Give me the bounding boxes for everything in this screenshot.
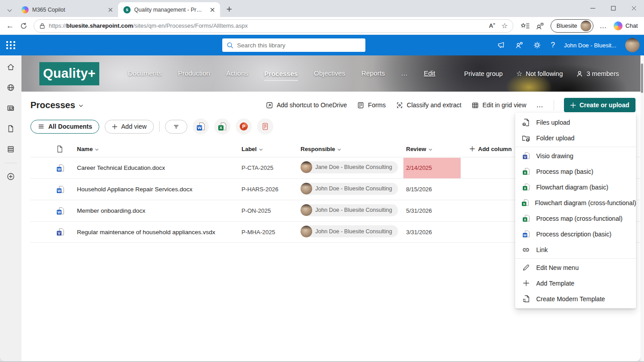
menu-item-folder-upload[interactable]: Folder upload	[515, 130, 636, 146]
menu-item-add-template[interactable]: Add Template	[515, 275, 636, 291]
sp-app-bar	[0, 55, 21, 361]
new-word-button[interactable]: W	[193, 118, 209, 135]
news-icon[interactable]	[6, 104, 15, 113]
home-icon[interactable]	[6, 63, 15, 72]
menu-item-link[interactable]: Link	[515, 242, 636, 257]
close-tab-icon[interactable]	[106, 6, 114, 14]
chevron-down-icon	[7, 7, 12, 12]
new-excel-button[interactable]: X	[214, 118, 230, 135]
menu-item-process-map-basic[interactable]: X Process map (basic)	[515, 164, 636, 179]
classify-extract-command[interactable]: Classify and extract	[396, 101, 462, 109]
responsible-persona[interactable]: John Doe - Bluesite Consulting	[301, 183, 398, 195]
appbar-divider	[4, 163, 17, 163]
new-document-button[interactable]	[257, 118, 273, 135]
responsible-persona[interactable]: John Doe - Bluesite Consulting	[301, 225, 398, 237]
chat-label: Chat	[626, 22, 638, 29]
privacy-label: Private group	[464, 70, 503, 77]
nav-processes[interactable]: Processes	[264, 70, 298, 81]
forms-command[interactable]: Forms	[357, 101, 386, 109]
svg-text:X: X	[524, 186, 526, 190]
create-plus-icon[interactable]	[6, 172, 15, 181]
minimize-button[interactable]	[582, 0, 603, 16]
nav-more-icon[interactable]: …	[401, 69, 407, 78]
responsible-persona[interactable]: Jane Doe - Bluesite Consulting	[301, 161, 398, 173]
scrollbar-thumb[interactable]	[641, 63, 643, 93]
file-name[interactable]: Regular maintenance of household applian…	[77, 229, 242, 236]
menu-item-files-upload[interactable]: Files upload	[515, 114, 636, 130]
powerpoint-icon: P	[239, 122, 249, 131]
favorites-bar-icon[interactable]	[521, 22, 530, 30]
responsible-persona[interactable]: John Doe - Bluesite Consulting	[301, 204, 398, 216]
visio-file-icon: V	[521, 152, 530, 160]
create-or-upload-button[interactable]: Create or upload	[564, 98, 636, 112]
documents-icon[interactable]	[6, 124, 15, 133]
menu-item-edit-new-menu[interactable]: Edit New menu	[515, 260, 636, 275]
view-all-documents[interactable]: All Documents	[30, 120, 99, 134]
menu-item-flowchart-basic[interactable]: X Flowchart diagram (basic)	[515, 179, 636, 195]
document-icon	[261, 122, 269, 130]
megaphone-icon[interactable]	[497, 41, 506, 50]
site-logo[interactable]: Quality+	[39, 62, 99, 85]
back-icon[interactable]: ←	[6, 21, 14, 30]
add-view-button[interactable]: Add view	[105, 120, 154, 134]
new-tab-button[interactable]	[223, 3, 235, 15]
nav-actions[interactable]: Actions	[226, 69, 248, 78]
close-tab-icon[interactable]	[208, 6, 216, 14]
menu-item-flowchart-cross-functional[interactable]: X Flowchart diagram (cross-functional)	[515, 195, 636, 210]
menu-item-process-description-basic[interactable]: W Process description (basic)	[515, 226, 636, 242]
settings-gear-icon[interactable]	[533, 41, 542, 50]
library-search-box[interactable]	[222, 38, 365, 52]
account-avatar[interactable]	[625, 38, 640, 52]
menu-item-process-map-cross-functional[interactable]: X Process map (cross-functional)	[515, 210, 636, 226]
profile-avatar	[580, 21, 591, 31]
close-window-button[interactable]	[623, 0, 644, 16]
file-type-column-header[interactable]	[30, 145, 77, 153]
lists-icon[interactable]	[6, 145, 15, 154]
nav-production[interactable]: Production	[178, 69, 210, 78]
refresh-icon[interactable]	[20, 22, 27, 29]
nav-objectives[interactable]: Objectives	[314, 69, 345, 78]
read-aloud-icon[interactable]: Aʷ	[489, 22, 495, 29]
menu-item-visio-drawing[interactable]: V Visio drawing	[515, 148, 636, 164]
plus-icon	[470, 146, 475, 152]
library-title-button[interactable]: Processes	[30, 100, 82, 110]
help-icon[interactable]: ?	[551, 41, 555, 50]
favorite-star-icon[interactable]: ☆	[501, 21, 508, 30]
file-name[interactable]: Household Appliance Repair Services.docx	[77, 186, 242, 193]
nav-edit-link[interactable]: Edit	[424, 69, 435, 78]
nav-documents[interactable]: Documents	[128, 69, 162, 78]
commands-more-icon[interactable]: …	[536, 101, 544, 109]
app-launcher-icon[interactable]	[0, 35, 21, 55]
members-button[interactable]: 3 members	[576, 70, 619, 77]
column-header-label[interactable]: Label	[242, 146, 301, 152]
file-name[interactable]: Member onboarding.docx	[77, 207, 242, 214]
tab-quality-management[interactable]: s Quality management - Processes	[118, 2, 220, 17]
account-name[interactable]: John Doe - Bluesit...	[564, 42, 616, 49]
column-header-review[interactable]: Review	[406, 146, 470, 152]
template-icon	[521, 295, 530, 303]
tab-m365-copilot[interactable]: M365 Copilot	[16, 2, 118, 17]
globe-icon[interactable]	[6, 83, 15, 92]
maximize-button[interactable]	[603, 0, 623, 16]
classify-icon	[396, 101, 403, 109]
browser-profile-button[interactable]: Bluesite	[551, 19, 593, 33]
new-powerpoint-button[interactable]: P	[236, 118, 252, 135]
menu-item-create-modern-template[interactable]: Create Modern Template	[515, 291, 636, 307]
browser-more-icon[interactable]: …	[600, 22, 607, 30]
column-header-responsible[interactable]: Responsible	[301, 146, 406, 152]
file-name[interactable]: Career Technical Education.docx	[77, 164, 242, 171]
copilot-chat-button[interactable]: Chat	[614, 21, 638, 30]
page-scrollbar[interactable]	[640, 55, 644, 361]
edit-grid-view-command[interactable]: Edit in grid view	[471, 101, 526, 109]
follow-button[interactable]: ☆ Not following	[516, 69, 563, 78]
nav-reports[interactable]: Reports	[361, 69, 385, 78]
profiles-icon[interactable]	[536, 22, 544, 30]
share-people-icon[interactable]	[515, 41, 524, 50]
search-input[interactable]	[237, 42, 353, 49]
add-shortcut-onedrive-command[interactable]: Add shortcut to OneDrive	[266, 101, 347, 109]
tab-list-dropdown[interactable]	[3, 3, 16, 16]
filter-views-button[interactable]	[165, 120, 187, 134]
url-bar[interactable]: https://bluesite.sharepoint.com/sites/qm…	[34, 19, 513, 33]
folder-upload-icon	[521, 134, 530, 142]
column-header-name[interactable]: Name	[77, 146, 242, 152]
